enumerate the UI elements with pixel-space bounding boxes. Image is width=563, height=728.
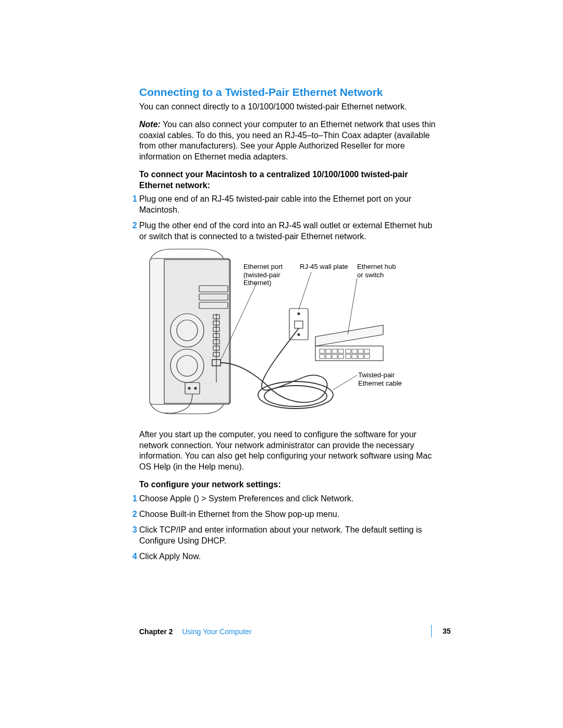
- svg-point-5: [170, 314, 204, 347]
- step-text: Click Apply Now.: [139, 552, 201, 561]
- content-column: Connecting to a Twisted-Pair Ethernet Ne…: [139, 86, 439, 567]
- step-text: Click TCP/IP and enter information about…: [139, 525, 422, 545]
- svg-rect-29: [338, 349, 344, 353]
- footer-separator: [431, 625, 432, 637]
- step-text: Plug the other end of the cord into an R…: [139, 221, 432, 240]
- document-page: Connecting to a Twisted-Pair Ethernet Ne…: [0, 0, 563, 728]
- svg-line-47: [333, 375, 357, 390]
- step-number: 2: [128, 509, 137, 520]
- subhead-connect: To connect your Macintosh to a centraliz…: [139, 169, 439, 191]
- list-item: 2 Choose Built-in Ethernet from the Show…: [139, 509, 439, 520]
- svg-rect-26: [320, 349, 325, 353]
- callout-ethernet-hub: Ethernet hub or switch: [357, 263, 404, 279]
- svg-point-43: [264, 386, 327, 406]
- svg-rect-37: [338, 354, 344, 359]
- svg-rect-32: [358, 349, 363, 353]
- step-text: Choose Apple () > System Preferences and…: [139, 494, 353, 503]
- svg-rect-35: [326, 354, 331, 359]
- svg-point-19: [188, 387, 190, 389]
- steps-connect: 1 Plug one end of an RJ-45 twisted-pair …: [139, 194, 439, 242]
- svg-rect-36: [332, 354, 337, 359]
- footer-chapter-label: Chapter 2: [139, 627, 173, 636]
- svg-point-23: [298, 313, 300, 315]
- callout-wall-plate: RJ-45 wall plate: [300, 263, 348, 271]
- note-paragraph: Note: You can also connect your computer…: [139, 119, 439, 162]
- step-number: 4: [128, 551, 137, 562]
- intro-paragraph: You can connect directly to a 10/100/100…: [139, 102, 439, 112]
- step-number: 1: [128, 493, 137, 504]
- svg-rect-41: [364, 354, 370, 359]
- callout-ethernet-cable: Twisted-pair Ethernet cable: [358, 371, 410, 387]
- step-number: 2: [128, 220, 137, 231]
- list-item: 2 Plug the other end of the cord into an…: [139, 220, 439, 242]
- svg-point-24: [298, 334, 300, 336]
- page-footer: Chapter 2 Using Your Computer 35: [139, 627, 452, 639]
- svg-rect-40: [358, 354, 363, 359]
- footer-page-number: 35: [443, 627, 451, 635]
- svg-rect-30: [346, 349, 351, 353]
- note-text: You can also connect your computer to an…: [139, 120, 435, 161]
- list-item: 3 Click TCP/IP and enter information abo…: [139, 525, 439, 546]
- svg-rect-22: [295, 321, 303, 328]
- note-label: Note:: [139, 120, 161, 129]
- list-item: 1 Choose Apple () > System Preferences a…: [139, 493, 439, 504]
- after-diagram-paragraph: After you start up the computer, you nee…: [139, 429, 439, 472]
- svg-rect-33: [364, 349, 370, 353]
- steps-configure: 1 Choose Apple () > System Preferences a…: [139, 493, 439, 562]
- subhead-configure: To configure your network settings:: [139, 479, 439, 490]
- svg-line-45: [299, 272, 311, 310]
- svg-rect-38: [346, 354, 351, 359]
- footer-chapter-title: Using Your Computer: [182, 627, 251, 636]
- list-item: 4 Click Apply Now.: [139, 551, 439, 562]
- section-heading: Connecting to a Twisted-Pair Ethernet Ne…: [139, 86, 439, 98]
- svg-rect-34: [320, 354, 325, 359]
- svg-rect-31: [352, 349, 357, 353]
- svg-rect-28: [332, 349, 337, 353]
- svg-point-20: [194, 387, 197, 389]
- list-item: 1 Plug one end of an RJ-45 twisted-pair …: [139, 194, 439, 215]
- svg-rect-39: [352, 354, 357, 359]
- callout-ethernet-port: Ethernet port (twisted-pair Ethernet): [243, 263, 290, 287]
- svg-rect-27: [326, 349, 331, 353]
- step-text: Choose Built-in Ethernet from the Show p…: [139, 510, 339, 519]
- step-number: 1: [128, 194, 137, 204]
- ethernet-diagram: Ethernet port (twisted-pair Ethernet) RJ…: [139, 247, 439, 420]
- svg-point-7: [170, 349, 204, 382]
- svg-line-46: [348, 278, 357, 335]
- step-text: Plug one end of an RJ-45 twisted-pair ca…: [139, 194, 411, 214]
- step-number: 3: [128, 525, 137, 535]
